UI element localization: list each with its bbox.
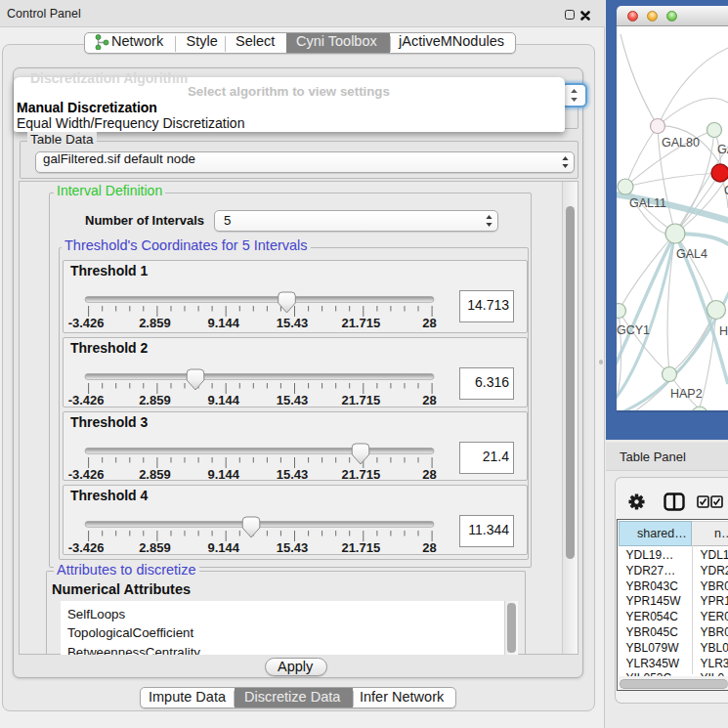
svg-text:21.715: 21.715 [341,393,380,407]
svg-text:HAP2: HAP2 [670,387,703,401]
svg-text:28: 28 [422,393,436,407]
svg-text:C: C [724,184,728,197]
svg-text:15.43: 15.43 [277,316,309,330]
svg-text:2.859: 2.859 [139,393,171,407]
svg-text:28: 28 [422,316,436,330]
svg-text:-3.426: -3.426 [68,467,105,482]
svg-text:28: 28 [422,467,436,482]
svg-text:-3.426: -3.426 [68,393,105,407]
svg-text:28: 28 [422,540,436,555]
svg-text:2.859: 2.859 [139,316,171,330]
svg-text:GAL4: GAL4 [676,247,707,261]
svg-text:GAL11: GAL11 [629,196,666,210]
svg-text:2.859: 2.859 [139,467,171,482]
svg-text:2.859: 2.859 [139,540,171,555]
svg-text:9.144: 9.144 [207,316,239,330]
svg-text:21.715: 21.715 [341,540,380,555]
svg-text:9.144: 9.144 [207,393,239,407]
svg-text:9.144: 9.144 [207,540,239,555]
svg-text:-3.426: -3.426 [68,316,105,330]
svg-text:GA: GA [717,143,728,156]
svg-text:GCY1: GCY1 [617,323,650,337]
svg-text:15.43: 15.43 [277,540,309,555]
svg-text:9.144: 9.144 [207,467,239,482]
svg-text:GAL80: GAL80 [662,136,700,150]
svg-text:21.715: 21.715 [341,316,380,330]
svg-text:-3.426: -3.426 [68,540,105,555]
svg-text:15.43: 15.43 [277,467,309,482]
svg-text:15.43: 15.43 [277,393,309,407]
svg-text:21.715: 21.715 [341,467,380,482]
svg-text:H: H [719,324,728,338]
